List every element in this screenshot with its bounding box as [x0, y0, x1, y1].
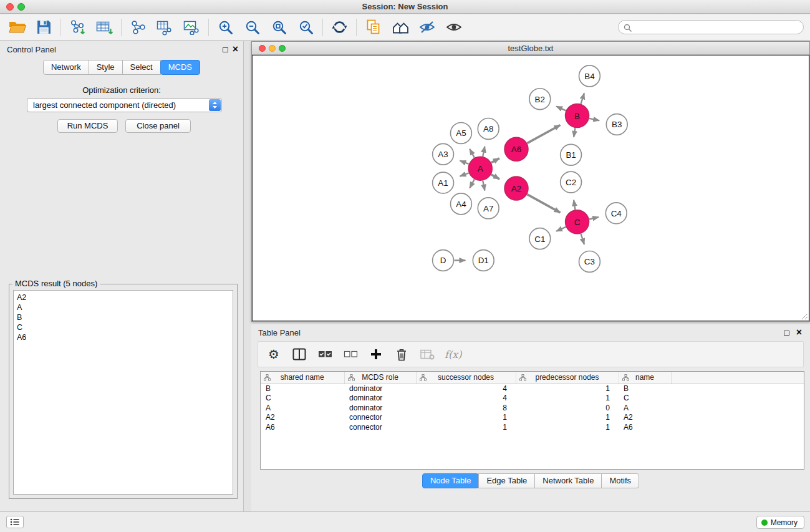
result-item[interactable]: A2	[14, 291, 233, 302]
edge-C-C1[interactable]	[556, 227, 566, 231]
network-graph[interactable]: B4B2BB3A5A8A6B1A3AC2A1A2A4A7C4CC1C3DD1	[253, 56, 809, 321]
close-panel-button[interactable]: Close panel	[125, 119, 191, 133]
edge-A-A5[interactable]	[470, 149, 474, 158]
tab-motifs[interactable]: Motifs	[601, 473, 639, 488]
network-node-A4[interactable]: A4	[451, 193, 472, 215]
network-node-B4[interactable]: B4	[579, 65, 600, 87]
edge-A-A7[interactable]	[483, 181, 485, 191]
edge-C-C3[interactable]	[581, 234, 584, 244]
zoom-fit-button[interactable]	[266, 16, 292, 39]
network-close-button[interactable]	[259, 45, 266, 52]
network-node-A6[interactable]: A6	[504, 137, 528, 161]
edge-A-A8[interactable]	[483, 147, 485, 157]
network-home-button[interactable]	[387, 16, 413, 39]
tab-mcds[interactable]: MCDS	[160, 60, 200, 75]
optimization-criterion-select[interactable]: largest connected component (directed)	[27, 98, 222, 112]
column-header-successor-nodes[interactable]: successor nodes	[416, 372, 516, 384]
close-panel-icon[interactable]: ×	[233, 44, 238, 55]
column-header-MCDS-role[interactable]: MCDS role	[344, 372, 416, 384]
export-network-image-button[interactable]	[178, 16, 205, 39]
table-row[interactable]: A6connector11A6	[261, 422, 804, 432]
network-node-A1[interactable]: A1	[433, 172, 454, 193]
result-item[interactable]: A6	[14, 332, 233, 342]
network-node-B[interactable]: B	[566, 104, 589, 128]
zoom-selected-button[interactable]	[292, 16, 319, 39]
network-node-B1[interactable]: B1	[561, 144, 582, 165]
network-node-B2[interactable]: B2	[529, 89, 551, 110]
resize-grip-icon[interactable]	[801, 312, 808, 320]
function-builder-button[interactable]: f(x)	[445, 345, 461, 364]
network-node-C3[interactable]: C3	[579, 251, 600, 273]
edge-B-B3[interactable]	[589, 118, 599, 120]
hide-graphics-details-button[interactable]	[413, 16, 440, 39]
network-node-D[interactable]: D	[433, 250, 454, 271]
edge-A2-C[interactable]	[527, 195, 560, 213]
open-session-button[interactable]	[4, 16, 31, 39]
tab-edge-table[interactable]: Edge Table	[478, 473, 535, 488]
table-settings-button[interactable]: ⚙	[266, 345, 282, 364]
edge-A-A3[interactable]	[460, 161, 469, 164]
add-row-button[interactable]	[368, 345, 384, 364]
edge-A-A2[interactable]	[491, 175, 499, 179]
network-canvas[interactable]: B4B2BB3A5A8A6B1A3AC2A1A2A4A7C4CC1C3DD1	[252, 55, 809, 321]
network-node-C1[interactable]: C1	[529, 228, 551, 249]
table-row[interactable]: Cdominator41C	[261, 394, 804, 404]
network-node-C4[interactable]: C4	[605, 203, 627, 224]
network-node-C[interactable]: C	[566, 210, 589, 234]
new-network-button[interactable]	[125, 16, 152, 39]
column-header-shared-name[interactable]: shared name	[261, 372, 344, 384]
edge-B-B2[interactable]	[556, 107, 566, 111]
result-item[interactable]: A	[14, 302, 233, 312]
network-node-B3[interactable]: B3	[606, 114, 627, 135]
node-table[interactable]: shared nameMCDS rolesuccessor nodesprede…	[260, 371, 804, 470]
edge-A-A4[interactable]	[470, 180, 474, 188]
show-columns-button[interactable]	[291, 345, 307, 364]
network-node-C2[interactable]: C2	[561, 172, 582, 193]
network-minimize-button[interactable]	[269, 45, 276, 52]
new-network-from-table-button[interactable]	[152, 16, 178, 39]
column-header-predecessor-nodes[interactable]: predecessor nodes	[516, 372, 619, 384]
tab-node-table[interactable]: Node Table	[422, 473, 480, 488]
zoom-window-button[interactable]	[17, 3, 25, 11]
edge-A-A1[interactable]	[460, 173, 469, 176]
task-history-button[interactable]	[6, 516, 24, 528]
edge-C-C2[interactable]	[574, 200, 575, 210]
float-panel-icon[interactable]	[784, 331, 789, 336]
deselect-all-button[interactable]	[342, 345, 359, 364]
network-node-A[interactable]: A	[468, 157, 492, 180]
run-mcds-button[interactable]: Run MCDS	[57, 119, 118, 133]
select-all-button[interactable]	[317, 345, 333, 364]
search-input[interactable]	[635, 21, 798, 33]
table-row[interactable]: Adominator80A	[261, 403, 804, 413]
network-window-titlebar[interactable]: testGlobe.txt	[252, 42, 809, 55]
edge-B-B4[interactable]	[581, 93, 584, 104]
network-node-D1[interactable]: D1	[473, 250, 494, 271]
table-row[interactable]: Bdominator41B	[261, 384, 804, 394]
network-node-A7[interactable]: A7	[478, 198, 499, 219]
search-field[interactable]	[618, 20, 804, 34]
tab-network-table[interactable]: Network Table	[534, 473, 602, 488]
network-node-A2[interactable]: A2	[504, 177, 528, 200]
memory-button[interactable]: Memory	[756, 516, 804, 529]
close-panel-icon[interactable]: ×	[796, 327, 802, 338]
close-window-button[interactable]	[6, 3, 14, 11]
network-node-A5[interactable]: A5	[451, 122, 472, 143]
result-item[interactable]: B	[14, 312, 233, 322]
delete-rows-button[interactable]	[393, 345, 410, 364]
tab-network[interactable]: Network	[43, 60, 89, 75]
network-zoom-button[interactable]	[279, 45, 286, 52]
network-node-A3[interactable]: A3	[433, 143, 454, 165]
float-panel-icon[interactable]	[223, 47, 228, 52]
clear-table-button[interactable]	[419, 345, 435, 364]
edge-B-B1[interactable]	[574, 128, 575, 137]
edge-A6-B[interactable]	[527, 125, 560, 143]
zoom-in-button[interactable]	[212, 16, 239, 39]
zoom-out-button[interactable]	[239, 16, 266, 39]
apply-layout-button[interactable]	[326, 16, 353, 39]
table-row[interactable]: A2connector11A2	[261, 413, 804, 423]
save-session-button[interactable]	[31, 16, 57, 39]
edge-C-C4[interactable]	[589, 217, 599, 219]
export-document-button[interactable]	[360, 16, 387, 39]
column-header-name[interactable]: name	[619, 372, 671, 384]
import-network-from-file-button[interactable]	[64, 16, 91, 39]
